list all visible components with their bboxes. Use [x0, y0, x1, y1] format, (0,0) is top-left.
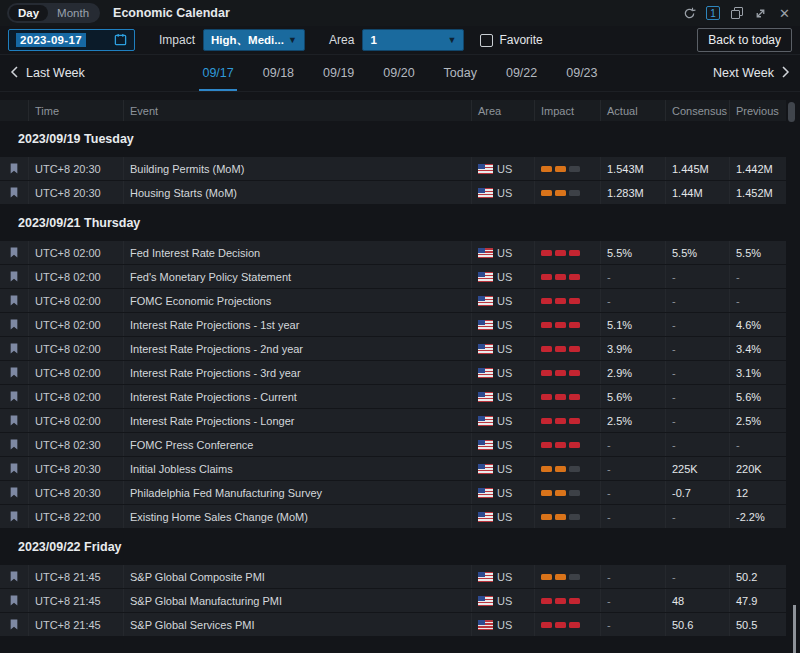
- table-row[interactable]: UTC+8 22:00Existing Home Sales Change (M…: [0, 505, 786, 529]
- impact-cell: [534, 181, 600, 204]
- expand-icon[interactable]: [753, 6, 768, 21]
- bookmark-icon[interactable]: [0, 385, 28, 408]
- window-count-badge[interactable]: 1: [706, 6, 720, 20]
- bookmark-icon[interactable]: [0, 613, 28, 636]
- actual-cell: 5.1%: [600, 313, 665, 336]
- actual-cell: -: [600, 589, 665, 612]
- day-tab[interactable]: 09/19: [322, 55, 355, 91]
- table-row[interactable]: UTC+8 21:45S&P Global Services PMIUS-50.…: [0, 613, 786, 637]
- bookmark-icon[interactable]: [0, 289, 28, 312]
- table-row[interactable]: UTC+8 02:00Interest Rate Projections - L…: [0, 409, 786, 433]
- actual-cell: 3.9%: [600, 337, 665, 360]
- day-tab[interactable]: 09/22: [505, 55, 538, 91]
- consensus-cell: 5.5%: [665, 241, 729, 264]
- table-row[interactable]: UTC+8 02:00Interest Rate Projections - 3…: [0, 361, 786, 385]
- favorite-filter[interactable]: Favorite: [480, 33, 542, 47]
- area-cell: US: [471, 361, 534, 384]
- impact-high-indicator: [541, 346, 580, 352]
- next-week-button[interactable]: Next Week: [713, 66, 790, 81]
- table-row[interactable]: UTC+8 20:30Building Permits (MoM)US1.543…: [0, 157, 786, 181]
- consensus-cell: 48: [665, 589, 729, 612]
- day-tab[interactable]: 09/17: [201, 55, 234, 91]
- day-tab[interactable]: Today: [443, 55, 478, 91]
- header-actual: Actual: [600, 100, 665, 121]
- bookmark-icon[interactable]: [0, 505, 28, 528]
- area-cell: US: [471, 409, 534, 432]
- table-row[interactable]: UTC+8 21:45S&P Global Composite PMIUS--5…: [0, 565, 786, 589]
- view-switcher: Day Month: [7, 3, 100, 23]
- bookmark-icon[interactable]: [0, 313, 28, 336]
- impact-high-indicator: [541, 250, 580, 256]
- bookmark-icon[interactable]: [0, 409, 28, 432]
- header-impact: Impact: [534, 100, 600, 121]
- table-row[interactable]: UTC+8 02:30FOMC Press ConferenceUS---: [0, 433, 786, 457]
- area-label: US: [497, 487, 512, 499]
- impact-cell: [534, 481, 600, 504]
- bookmark-icon[interactable]: [0, 157, 28, 180]
- impact-filter-label: Impact: [159, 33, 195, 47]
- refresh-icon[interactable]: [682, 6, 697, 21]
- calendar-icon[interactable]: [114, 33, 127, 48]
- previous-cell: 12: [729, 481, 786, 504]
- table-row[interactable]: UTC+8 21:45S&P Global Manufacturing PMIU…: [0, 589, 786, 613]
- actual-cell: 5.6%: [600, 385, 665, 408]
- section-date-header: 2023/09/21 Thursday: [0, 205, 786, 241]
- bookmark-icon[interactable]: [0, 241, 28, 264]
- table-row[interactable]: UTC+8 20:30Philadelphia Fed Manufacturin…: [0, 481, 786, 505]
- time-cell: UTC+8 22:00: [28, 505, 123, 528]
- area-filter-label: Area: [329, 33, 354, 47]
- bookmark-icon[interactable]: [0, 565, 28, 588]
- tab-day[interactable]: Day: [9, 5, 48, 21]
- last-week-button[interactable]: Last Week: [10, 66, 85, 81]
- date-picker-input[interactable]: 2023-09-17: [8, 29, 135, 51]
- area-label: US: [497, 595, 512, 607]
- table-row[interactable]: UTC+8 02:00Interest Rate Projections - 1…: [0, 313, 786, 337]
- table-row[interactable]: UTC+8 02:00Interest Rate Projections - C…: [0, 385, 786, 409]
- area-cell: US: [471, 481, 534, 504]
- area-cell: US: [471, 313, 534, 336]
- chevron-down-icon: ▼: [288, 35, 297, 45]
- bookmark-icon[interactable]: [0, 589, 28, 612]
- consensus-cell: 1.44M: [665, 181, 729, 204]
- favorite-checkbox[interactable]: [480, 34, 493, 47]
- back-to-today-button[interactable]: Back to today: [697, 28, 792, 52]
- event-cell: Philadelphia Fed Manufacturing Survey: [123, 481, 471, 504]
- day-tab[interactable]: 09/20: [382, 55, 415, 91]
- bookmark-icon[interactable]: [0, 457, 28, 480]
- us-flag-icon: [478, 512, 493, 522]
- consensus-cell: -: [665, 409, 729, 432]
- time-cell: UTC+8 02:00: [28, 313, 123, 336]
- area-label: US: [497, 367, 512, 379]
- section-date-header: 2023/09/19 Tuesday: [0, 121, 786, 157]
- day-tab[interactable]: 09/23: [565, 55, 598, 91]
- area-filter-dropdown[interactable]: 1 ▼: [362, 29, 464, 51]
- bookmark-icon[interactable]: [0, 481, 28, 504]
- us-flag-icon: [478, 272, 493, 282]
- bookmark-icon[interactable]: [0, 337, 28, 360]
- impact-filter-dropdown[interactable]: High、Medi... ▼: [203, 29, 305, 51]
- table-row[interactable]: UTC+8 02:00Fed's Monetary Policy Stateme…: [0, 265, 786, 289]
- bookmark-icon[interactable]: [0, 433, 28, 456]
- event-cell: FOMC Economic Projections: [123, 289, 471, 312]
- bookmark-icon[interactable]: [0, 265, 28, 288]
- day-tab[interactable]: 09/18: [262, 55, 295, 91]
- bookmark-icon[interactable]: [0, 181, 28, 204]
- time-cell: UTC+8 21:45: [28, 565, 123, 588]
- table-row[interactable]: UTC+8 20:30Housing Starts (MoM)US1.283M1…: [0, 181, 786, 205]
- bookmark-icon[interactable]: [0, 361, 28, 384]
- close-icon[interactable]: ✕: [777, 6, 792, 21]
- table-row[interactable]: UTC+8 02:00Interest Rate Projections - 2…: [0, 337, 786, 361]
- us-flag-icon: [478, 392, 493, 402]
- consensus-cell: -: [665, 337, 729, 360]
- tab-month[interactable]: Month: [48, 5, 98, 21]
- table-row[interactable]: UTC+8 02:00Fed Interest Rate DecisionUS5…: [0, 241, 786, 265]
- restore-window-icon[interactable]: [729, 6, 744, 21]
- previous-cell: -: [729, 433, 786, 456]
- impact-medium-indicator: [541, 514, 580, 520]
- table-row[interactable]: UTC+8 20:30Initial Jobless ClaimsUS-225K…: [0, 457, 786, 481]
- actual-cell: -: [600, 457, 665, 480]
- impact-cell: [534, 409, 600, 432]
- scrollbar-edge-thumb[interactable]: [793, 605, 796, 653]
- table-row[interactable]: UTC+8 02:00FOMC Economic ProjectionsUS--…: [0, 289, 786, 313]
- scrollbar-thumb[interactable]: [788, 102, 795, 122]
